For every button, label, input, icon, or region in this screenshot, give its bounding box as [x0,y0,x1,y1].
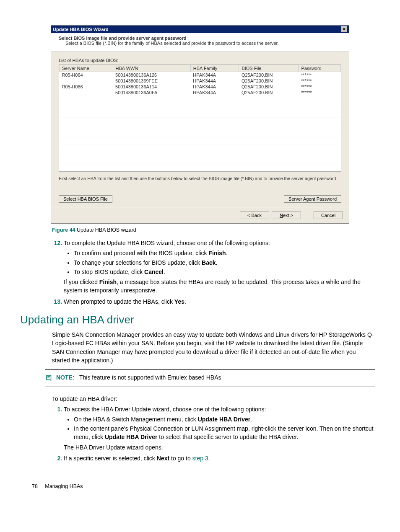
wizard-titlebar: Update HBA BIOS Wizard × [51,26,349,33]
col-file[interactable]: BIOS File [239,65,299,72]
note-label: NOTE: [56,374,75,381]
wizard-header: Select BIOS image file and provide serve… [51,33,349,52]
back-button[interactable]: < Back [240,212,269,219]
table-row[interactable]: 5001438001369FEE HPAK344A Q25AF200.BIN *… [60,78,341,84]
table-row[interactable]: 500143800136A0FA HPAK344A Q25AF200.BIN *… [60,90,341,96]
list-item: To stop BIOS update, click Cancel. [74,268,375,276]
step-2: If a specific server is selected, click … [64,454,375,462]
col-family[interactable]: HBA Family [190,65,239,72]
section-heading: Updating an HBA driver [20,313,380,326]
col-password[interactable]: Password [299,65,341,72]
instruction-text: First select an HBA from the list and th… [59,176,341,181]
hba-table[interactable]: Server Name HBA WWN HBA Family BIOS File… [59,65,341,172]
procedure-steps-a: To complete the Update HBA BIOS wizard, … [52,239,380,306]
step-3-link[interactable]: step 3 [192,455,208,462]
server-agent-password-button[interactable]: Server Agent Password [284,195,341,203]
section-paragraph: Simple SAN Connection Manager provides a… [52,331,375,364]
page-number: 78 [32,483,38,489]
list-item: To change your selections for BIOS updat… [74,258,375,267]
note-block: NOTE: This feature is not supported with… [45,369,375,387]
col-server[interactable]: Server Name [60,65,113,72]
wizard-header-title: Select BIOS image file and provide serve… [59,36,341,41]
table-empty-area [59,98,341,171]
page-footer: 78 Managing HBAs [20,483,380,489]
wizard-header-subtitle: Select a BIOS file (*.BIN) for the famil… [59,41,341,46]
step-1: To access the HBA Driver Update wizard, … [64,405,375,452]
step-13: When prompted to update the HBAs, click … [64,297,375,306]
select-bios-file-button[interactable]: Select HBA BIOS File [59,195,112,203]
note-text: This feature is not supported with Emule… [79,374,223,381]
wizard-title: Update HBA BIOS Wizard [53,27,109,32]
table-row[interactable]: R05-H064 500143800136A126 HPAK344A Q25AF… [60,72,341,78]
list-item: To confirm and proceed with the BIOS upd… [74,249,375,257]
step-note: If you clicked Finish, a message box sta… [64,278,375,295]
note-icon [45,374,53,382]
list-item: On the HBA & Switch Management menu, cli… [74,415,375,424]
footer-title: Managing HBAs [45,483,83,489]
table-row[interactable]: R05-H066 500143800136A114 HPAK344A Q25AF… [60,84,341,90]
wizard-footer: < Back Next > Cancel [51,207,349,223]
next-button[interactable]: Next > [272,212,301,219]
figure-caption: Figure 44 Update HBA BIOS wizard [52,227,380,233]
figure-number: Figure 44 [52,227,75,233]
step-note: The HBA Driver Update wizard opens. [64,443,375,452]
list-item: In the content pane's Physical Connectio… [74,424,375,442]
col-wwn[interactable]: HBA WWN [113,65,190,72]
lead-in: To update an HBA driver: [52,395,375,403]
close-icon[interactable]: × [341,26,347,32]
list-label: List of HBAs to update BIOS: [59,58,341,63]
cancel-button[interactable]: Cancel [314,212,343,219]
procedure-steps-b: To access the HBA Driver Update wizard, … [52,405,380,463]
step-12: To complete the Update HBA BIOS wizard, … [64,239,375,295]
figure-text: Update HBA BIOS wizard [77,227,136,233]
wizard-dialog: Update HBA BIOS Wizard × Select BIOS ima… [51,25,349,224]
